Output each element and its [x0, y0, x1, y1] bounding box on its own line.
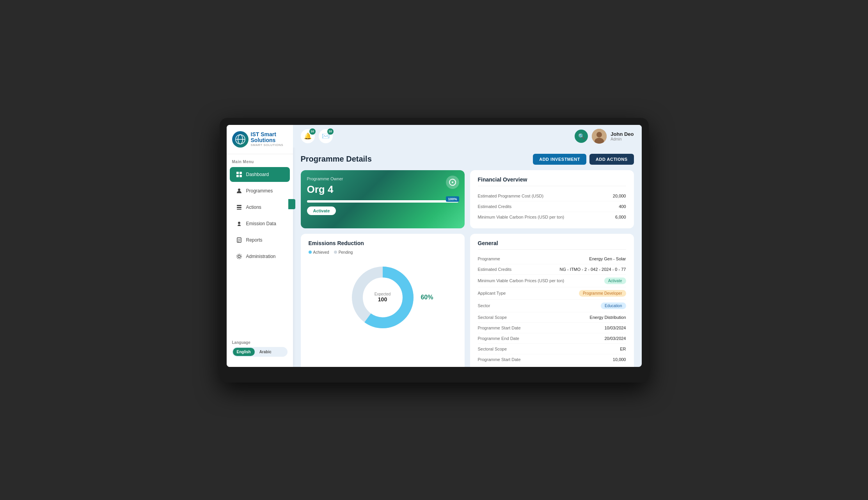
- general-row-4: SectorEducation: [478, 300, 626, 312]
- svg-rect-10: [237, 209, 241, 210]
- legend-achieved: Achieved: [309, 250, 329, 254]
- general-card: General ProgrammeEnergy Gen - SolarEstim…: [470, 234, 634, 367]
- progress-area: 100%: [307, 200, 458, 203]
- user-name: John Deo: [611, 131, 634, 137]
- general-key-8: Sectoral Scope: [478, 347, 507, 351]
- main-content: 🔔 10 ✉️ 10 🔍: [293, 125, 642, 367]
- legend-achieved-label: Achieved: [313, 250, 329, 254]
- general-title: General: [478, 240, 626, 250]
- financial-row-2: Minimum Viable Carbon Prices (USD per to…: [478, 212, 626, 222]
- header-actions: ADD INVESTMENT ADD ACTIONS: [533, 154, 634, 165]
- sidebar-item-label: Actions: [246, 205, 261, 210]
- logo-text: IST Smart Solutions: [251, 132, 288, 144]
- sidebar-item-label: Emission Data: [246, 221, 276, 226]
- general-val-1: NG - ITMO - 2 - 042 - 2024 - 0 - 77: [560, 267, 626, 272]
- svg-rect-8: [237, 205, 241, 206]
- achieved-dot: [309, 251, 312, 254]
- donut-center-label: Expected 100: [375, 292, 391, 302]
- general-key-9: Programme Start Date: [478, 357, 521, 362]
- general-key-7: Programme End Date: [478, 336, 519, 341]
- language-section: Language English Arabic: [227, 336, 293, 361]
- general-val-3: Programme Developer: [579, 290, 626, 297]
- financial-val-0: 20,000: [613, 194, 626, 198]
- bell-notification-btn[interactable]: 🔔 10: [301, 129, 315, 143]
- prog-owner-name: Org 4: [307, 183, 458, 196]
- sidebar-item-label: Dashboard: [246, 172, 269, 177]
- general-row-5: Sectoral ScopeEnergy Distribution: [478, 312, 626, 323]
- general-key-1: Estimated Credits: [478, 267, 512, 272]
- general-val-0: Energy Gen - Solar: [589, 256, 626, 261]
- logo-sub: SMART SOLUTIONS: [251, 143, 288, 147]
- general-row-8: Sectoral ScopeER: [478, 344, 626, 354]
- progress-bar-bg: 100%: [307, 200, 458, 203]
- header: 🔔 10 ✉️ 10 🔍: [293, 125, 642, 148]
- financial-key-1: Estimated Credits: [478, 204, 512, 209]
- svg-rect-6: [240, 175, 242, 177]
- general-val-4: Education: [601, 302, 626, 309]
- search-icon: 🔍: [578, 133, 585, 139]
- progress-badge: 100%: [446, 196, 459, 202]
- dashboard-icon: [235, 171, 243, 178]
- svg-rect-3: [236, 172, 239, 174]
- svg-point-17: [237, 254, 241, 259]
- svg-point-16: [238, 255, 240, 258]
- sidebar-item-label: Programmes: [246, 188, 273, 194]
- emission-icon: [235, 220, 243, 228]
- general-row-3: Applicant TypeProgramme Developer: [478, 287, 626, 300]
- sidebar-item-reports[interactable]: Reports: [230, 233, 290, 247]
- svg-point-19: [596, 132, 602, 137]
- actions-icon: [235, 203, 243, 211]
- general-val-5: Energy Distribution: [590, 315, 626, 320]
- financial-key-2: Minimum Viable Carbon Prices (USD per to…: [478, 215, 564, 219]
- emissions-reduction-card: Emissions Reduction Achieved Pending: [301, 234, 465, 367]
- general-row-2: Minimum Viable Carbon Prices (USD per to…: [478, 275, 626, 287]
- prog-owner-label: Programme Owner: [307, 176, 458, 181]
- general-row-9: Programme Start Date10,000: [478, 354, 626, 365]
- general-row-10: Programme End Date50,00: [478, 365, 626, 367]
- sidebar-item-actions[interactable]: Actions: [230, 200, 290, 215]
- lang-arabic-btn[interactable]: Arabic: [256, 348, 275, 356]
- general-key-0: Programme: [478, 256, 500, 261]
- language-toggle: English Arabic: [232, 347, 288, 357]
- financial-key-0: Estimated Programme Cost (USD): [478, 194, 544, 198]
- sidebar-item-administration[interactable]: Administration: [230, 249, 290, 264]
- general-val-6: 10/03/2024: [604, 326, 626, 330]
- general-key-4: Sector: [478, 303, 490, 308]
- mail-badge: 10: [327, 128, 334, 135]
- add-actions-btn[interactable]: ADD ACTIONS: [589, 154, 634, 165]
- sidebar-collapse-btn[interactable]: [288, 199, 295, 209]
- content-area: Programme Details ADD INVESTMENT ADD ACT…: [293, 148, 642, 367]
- admin-icon: [235, 253, 243, 260]
- financial-val-1: 400: [619, 204, 626, 209]
- mail-notification-btn[interactable]: ✉️ 10: [319, 129, 333, 143]
- sidebar-item-programmes[interactable]: Programmes: [230, 183, 290, 198]
- bottom-cards-row: Emissions Reduction Achieved Pending: [301, 234, 634, 367]
- sidebar: IST Smart Solutions SMART SOLUTIONS Main…: [227, 125, 293, 367]
- general-key-3: Applicant Type: [478, 291, 506, 295]
- sidebar-item-dashboard[interactable]: Dashboard: [230, 167, 290, 182]
- activate-btn[interactable]: Activate: [307, 206, 336, 215]
- top-cards-row: Programme Owner Org 4 100% Activate: [301, 170, 634, 228]
- chart-legend: Achieved Pending: [309, 250, 457, 254]
- language-label: Language: [232, 340, 288, 345]
- donut-pct-label: 60%: [421, 294, 433, 301]
- general-key-6: Programme Start Date: [478, 326, 521, 330]
- search-btn[interactable]: 🔍: [575, 130, 588, 143]
- svg-rect-4: [240, 172, 242, 174]
- donut-expected-text: Expected: [375, 292, 391, 296]
- general-val-8: ER: [620, 347, 626, 351]
- sidebar-item-emission-data[interactable]: Emission Data: [230, 216, 290, 231]
- financial-val-2: 6,000: [615, 215, 626, 219]
- donut-chart-area: Expected 100 60%: [309, 258, 457, 336]
- general-val-2: Activate: [604, 278, 626, 284]
- pending-dot: [334, 251, 337, 254]
- add-investment-btn[interactable]: ADD INVESTMENT: [533, 154, 586, 165]
- lang-english-btn[interactable]: English: [233, 348, 255, 356]
- general-key-5: Sectoral Scope: [478, 315, 507, 320]
- logo-icon: [232, 131, 249, 148]
- legend-pending: Pending: [334, 250, 353, 254]
- general-rows: ProgrammeEnergy Gen - SolarEstimated Cre…: [478, 254, 626, 367]
- programmes-icon: [235, 187, 243, 195]
- legend-pending-label: Pending: [339, 250, 353, 254]
- page-header: Programme Details ADD INVESTMENT ADD ACT…: [301, 154, 634, 165]
